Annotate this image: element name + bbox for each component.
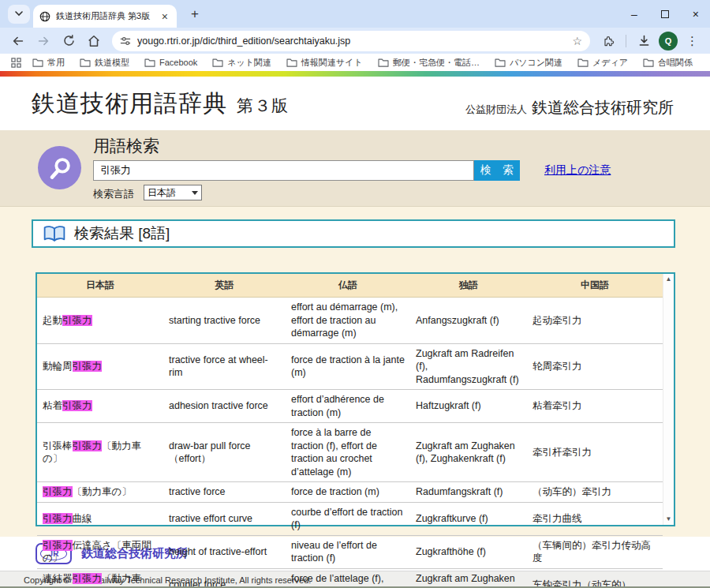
folder-icon — [144, 58, 155, 67]
table-row: 引張棒引張力〔動力車の〕draw-bar pull force（effort）f… — [37, 423, 663, 482]
cell-french: force de l’attelage (f), effort sur l’at… — [286, 569, 410, 588]
column-header: 仏語 — [286, 274, 410, 297]
table-header-row: 日本語英語仏語独語中国語 — [37, 274, 663, 298]
bookmark-folder[interactable]: パソコン関連 — [495, 57, 562, 69]
address-bar[interactable]: yougo.rtri.or.jp/dic/third_edition/searc… — [112, 31, 590, 51]
column-header: 中国語 — [527, 274, 663, 297]
bookmark-label: 合唱関係 — [658, 57, 693, 69]
dictionary-table: 日本語英語仏語独語中国語 起動引張力starting tractive forc… — [36, 272, 675, 526]
apps-grid-button[interactable] — [8, 55, 24, 69]
bookmark-star-icon[interactable]: ☆ — [572, 35, 582, 47]
cell-french: force à la barre de traction (f), effort… — [286, 423, 410, 481]
table-row: 動輪周引張力tractive force at wheel-rimforce d… — [37, 344, 663, 391]
term-text: 〔動力車の〕 — [73, 486, 132, 497]
extensions-button[interactable] — [598, 31, 618, 51]
browser-toolbar: yougo.rtri.or.jp/dic/third_edition/searc… — [0, 28, 710, 54]
home-button[interactable] — [84, 31, 104, 51]
cell-english: tractive effort curve — [163, 503, 286, 535]
bookmark-folder[interactable]: 常用 — [32, 57, 65, 69]
folder-icon — [643, 58, 654, 67]
bookmark-label: ネット関連 — [227, 57, 271, 69]
bookmark-folder[interactable]: 鉄道模型 — [80, 57, 129, 69]
bookmark-folder[interactable]: Facebook — [144, 58, 197, 67]
bookmarks-bar: 常用鉄道模型Facebookネット関連情報関連サイト郵便・宅急便・電話…パソコン… — [0, 54, 710, 71]
cell-japanese: 引張力〔動力車の〕 — [37, 482, 163, 502]
download-icon — [637, 34, 651, 47]
cell-german: Zugkraft am Zughaken (f) — [410, 569, 527, 588]
back-button[interactable] — [8, 31, 28, 51]
cell-japanese: 引張力伝達高さ〔車両間の〕 — [37, 536, 163, 568]
table-row: 引張力曲線tractive effort curvecourbe d’effor… — [37, 503, 663, 536]
new-tab-button[interactable]: + — [186, 6, 204, 22]
url-text[interactable]: yougo.rtri.or.jp/dic/third_edition/searc… — [137, 36, 566, 47]
bookmark-folder[interactable]: 情報関連サイト — [286, 57, 363, 69]
table-body: 起動引張力starting tractive forceeffort au dé… — [37, 298, 674, 588]
browser-window: 鉄道技術用語辞典 第3版 × + – × yougo.rtri.or.jp/di… — [0, 0, 710, 588]
folder-icon — [32, 58, 43, 67]
window-controls: – × — [631, 0, 699, 28]
cell-chinese: 牵引力曲线 — [527, 503, 663, 535]
cell-english: draw-bar pull force（effort） — [163, 423, 286, 481]
toolbar-divider — [626, 35, 626, 47]
folder-icon — [577, 58, 589, 67]
org-main: 鉄道総合技術研究所 — [532, 99, 674, 116]
cell-french: effort au démarrage (m), effort de tract… — [286, 298, 410, 343]
cell-german: Zugkraftkurve (f) — [410, 503, 527, 535]
search-icon — [47, 155, 73, 182]
maximize-button[interactable] — [661, 10, 669, 18]
usage-notice-link[interactable]: 利用上の注意 — [544, 163, 611, 178]
site-title-edition: 第３版 — [237, 96, 289, 114]
active-tab[interactable]: 鉄道技術用語辞典 第3版 × — [33, 5, 177, 28]
cell-french: niveau de l’effort de traction (f) — [286, 536, 410, 568]
search-button[interactable]: 検 索 — [474, 160, 520, 181]
tab-close-icon[interactable]: × — [159, 10, 170, 23]
tab-strip: 鉄道技術用語辞典 第3版 × + – × — [0, 0, 710, 28]
highlighted-term: 引張力 — [43, 513, 73, 524]
puzzle-icon — [602, 35, 615, 47]
cell-japanese: 引張棒引張力〔動力車の〕 — [37, 423, 163, 481]
cell-chinese: 粘着牵引力 — [527, 390, 663, 422]
cell-german: Zugkraft am Radreifen (f), Radumfangszug… — [410, 344, 527, 390]
close-button[interactable]: × — [693, 9, 699, 20]
table-row: 引張力伝達高さ〔車両間の〕height of tractive-effortni… — [37, 536, 663, 569]
cell-japanese: 動輪周引張力 — [37, 344, 163, 390]
search-language-value: 日本語 — [148, 186, 176, 200]
table-row: 連結器引張力〔動力車の〕coupler forceforce de l’atte… — [37, 569, 663, 588]
tab-title: 鉄道技術用語辞典 第3版 — [56, 10, 154, 22]
tab-search-button[interactable] — [8, 5, 30, 24]
cell-german: Anfangszugkraft (f) — [410, 298, 527, 343]
downloads-button[interactable] — [633, 31, 654, 51]
search-panel: 用語検索 検 索 利用上の注意 検索言語 日本語 — [0, 130, 710, 207]
bookmark-folder[interactable]: ネット関連 — [212, 57, 271, 69]
bookmark-folder[interactable]: メディア — [577, 57, 628, 69]
bookmark-label: Facebook — [159, 58, 197, 67]
site-title: 鉄道技術用語辞典第３版 — [32, 88, 289, 120]
minimize-button[interactable]: – — [631, 9, 637, 20]
browser-menu-button[interactable]: ⋮ — [682, 34, 702, 48]
cell-english: starting tractive force — [163, 298, 286, 343]
bookmark-label: メディア — [592, 57, 628, 69]
search-input[interactable] — [93, 160, 474, 181]
cell-french: force de traction à la jante (m) — [286, 344, 410, 390]
site-settings-tune-icon — [120, 36, 131, 47]
column-header: 独語 — [410, 274, 527, 297]
highlighted-term: 引張力 — [62, 315, 92, 326]
highlighted-term: 引張力 — [43, 540, 73, 551]
page-header: 鉄道技術用語辞典第３版 公益財団法人鉄道総合技術研究所 — [0, 77, 710, 130]
scroll-up-icon[interactable]: ▲ — [666, 276, 672, 283]
bookmark-folder[interactable]: 郵便・宅急便・電話… — [378, 57, 480, 69]
bookmark-folder[interactable]: 合唱関係 — [643, 57, 693, 69]
bookmarks-list: 常用鉄道模型Facebookネット関連情報関連サイト郵便・宅急便・電話…パソコン… — [32, 57, 708, 69]
results-heading-box: 検索結果 [8語] — [32, 219, 675, 248]
cell-german: Zugkrafthöhe (f) — [410, 536, 527, 568]
search-language-select[interactable]: 日本語 — [144, 185, 202, 200]
bookmark-label: 常用 — [47, 57, 65, 69]
forward-button[interactable] — [33, 31, 54, 51]
table-scrollbar[interactable]: ▲ ▼ — [663, 274, 674, 525]
reload-button[interactable] — [58, 31, 79, 51]
open-book-icon — [43, 225, 66, 242]
results-heading: 検索結果 [8語] — [74, 223, 170, 244]
scroll-down-icon[interactable]: ▼ — [666, 516, 672, 522]
profile-avatar[interactable]: Q — [659, 32, 678, 51]
cell-japanese: 起動引張力 — [37, 298, 163, 343]
